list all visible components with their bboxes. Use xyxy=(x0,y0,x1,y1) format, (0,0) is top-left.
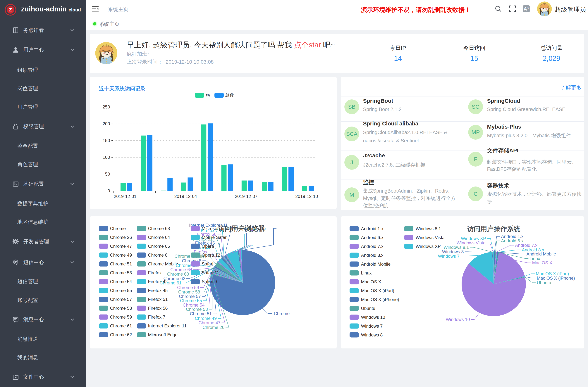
svg-text:Firefox 7: Firefox 7 xyxy=(148,314,165,320)
svg-text:Windows XP: Windows XP xyxy=(461,236,486,241)
svg-text:Internet Explorer 11: Internet Explorer 11 xyxy=(148,323,187,328)
svg-text:Chrome 62: Chrome 62 xyxy=(110,332,132,337)
svg-text:Ubuntu: Ubuntu xyxy=(361,306,375,311)
svg-text:Microsoft Edge: Microsoft Edge xyxy=(148,332,178,337)
svg-text:Firefox 56: Firefox 56 xyxy=(148,306,168,311)
svg-text:Chrome 64: Chrome 64 xyxy=(148,235,170,240)
svg-text:Mac OS X (iPad): Mac OS X (iPad) xyxy=(536,271,569,276)
svg-text:Chrome 63: Chrome 63 xyxy=(148,226,170,231)
svg-text:Safari 11: Safari 11 xyxy=(202,270,219,275)
svg-text:Chrome 64: Chrome 64 xyxy=(170,267,192,272)
svg-text:Windows 7: Windows 7 xyxy=(361,324,383,328)
svg-text:50: 50 xyxy=(105,172,110,177)
svg-text:访问用户浏览器: 访问用户浏览器 xyxy=(218,225,265,232)
svg-text:200: 200 xyxy=(103,121,110,126)
svg-text:Windows 10: Windows 10 xyxy=(446,317,470,322)
svg-text:Android Mobile: Android Mobile xyxy=(361,262,391,266)
svg-text:Android 1.x: Android 1.x xyxy=(361,226,383,231)
svg-text:Chrome 26: Chrome 26 xyxy=(110,235,132,240)
svg-text:Safari: Safari xyxy=(202,261,213,266)
svg-text:Mac OS X (iPhone): Mac OS X (iPhone) xyxy=(361,297,399,302)
svg-text:Windows 10: Windows 10 xyxy=(361,315,385,320)
svg-text:Chrome 58: Chrome 58 xyxy=(178,289,200,294)
svg-text:Android 6.x: Android 6.x xyxy=(361,235,383,240)
svg-text:Android 8.x: Android 8.x xyxy=(361,253,383,258)
svg-text:Safari 9: Safari 9 xyxy=(202,279,217,284)
svg-text:0: 0 xyxy=(108,188,110,193)
svg-text:Chrome Mobile: Chrome Mobile xyxy=(148,261,178,266)
svg-text:Android 7.x: Android 7.x xyxy=(515,243,537,248)
svg-text:Android 1.x: Android 1.x xyxy=(501,234,524,239)
svg-text:Chrome 53: Chrome 53 xyxy=(110,270,132,275)
svg-text:Windows 8: Windows 8 xyxy=(361,332,383,337)
svg-text:Firefox 51: Firefox 51 xyxy=(148,297,168,302)
svg-text:2019-12-04: 2019-12-04 xyxy=(174,194,197,199)
svg-text:您: 您 xyxy=(205,93,210,98)
svg-text:访问用户操作系统: 访问用户操作系统 xyxy=(467,225,521,233)
svg-text:Windows Vista: Windows Vista xyxy=(416,235,445,240)
svg-text:Chrome 54: Chrome 54 xyxy=(110,279,132,284)
svg-text:Mac OS X (iPad): Mac OS X (iPad) xyxy=(361,288,394,293)
svg-text:Ubuntu: Ubuntu xyxy=(537,280,551,285)
svg-text:Z: Z xyxy=(9,7,12,12)
svg-text:2019-12-01: 2019-12-01 xyxy=(114,194,137,199)
svg-text:Mac OS X: Mac OS X xyxy=(361,279,381,284)
svg-text:Linux: Linux xyxy=(361,270,372,275)
svg-text:Opera: Opera xyxy=(202,244,214,249)
svg-text:总数: 总数 xyxy=(225,93,234,98)
svg-text:100: 100 xyxy=(103,155,110,160)
svg-text:Firefox 45: Firefox 45 xyxy=(148,288,168,293)
svg-text:Chrome 51: Chrome 51 xyxy=(190,311,212,316)
svg-text:Chrome 59: Chrome 59 xyxy=(177,285,199,290)
svg-text:Chrome 26: Chrome 26 xyxy=(202,325,224,330)
svg-text:Android Mobile: Android Mobile xyxy=(526,251,556,256)
svg-text:Mac OS X: Mac OS X xyxy=(532,260,552,265)
svg-text:2019-12-07: 2019-12-07 xyxy=(235,194,257,199)
svg-text:Mac OS X (iPhone): Mac OS X (iPhone) xyxy=(537,276,575,281)
svg-text:Chrome 57: Chrome 57 xyxy=(110,297,132,302)
svg-text:Chrome: Chrome xyxy=(110,226,126,231)
svg-text:Chrome 47: Chrome 47 xyxy=(199,320,221,325)
svg-text:Windows 8.1: Windows 8.1 xyxy=(443,245,469,250)
svg-text:Chrome 58: Chrome 58 xyxy=(110,306,132,311)
svg-text:Windows XP: Windows XP xyxy=(416,244,441,249)
svg-text:Chrome 61: Chrome 61 xyxy=(110,323,132,328)
svg-text:Chrome 47: Chrome 47 xyxy=(110,244,132,249)
svg-text:Android 7.x: Android 7.x xyxy=(361,244,383,249)
svg-text:Chrome 65: Chrome 65 xyxy=(148,244,170,249)
svg-text:Chrome 51: Chrome 51 xyxy=(110,261,132,266)
svg-text:Chrome 55: Chrome 55 xyxy=(110,288,132,293)
svg-text:Chrome: Chrome xyxy=(274,311,290,316)
svg-text:Mobile Safari: Mobile Safari xyxy=(202,235,228,240)
svg-text:150: 150 xyxy=(103,138,110,143)
svg-text:Chrome 49: Chrome 49 xyxy=(110,253,132,258)
svg-text:250: 250 xyxy=(103,104,110,109)
svg-text:Firefox 42: Firefox 42 xyxy=(148,279,168,284)
svg-text:Windows 7: Windows 7 xyxy=(438,254,460,259)
svg-text:Chrome 59: Chrome 59 xyxy=(110,314,132,320)
svg-text:Windows 8.1: Windows 8.1 xyxy=(416,226,441,231)
svg-text:Firefox: Firefox xyxy=(148,270,162,275)
svg-text:2019-12-10: 2019-12-10 xyxy=(295,194,318,199)
svg-text:Chrome 8: Chrome 8 xyxy=(148,253,168,258)
svg-text:Opera 12: Opera 12 xyxy=(202,253,220,258)
svg-text:Chrome 53: Chrome 53 xyxy=(186,307,208,312)
svg-text:Chrome Mobile: Chrome Mobile xyxy=(175,254,205,259)
